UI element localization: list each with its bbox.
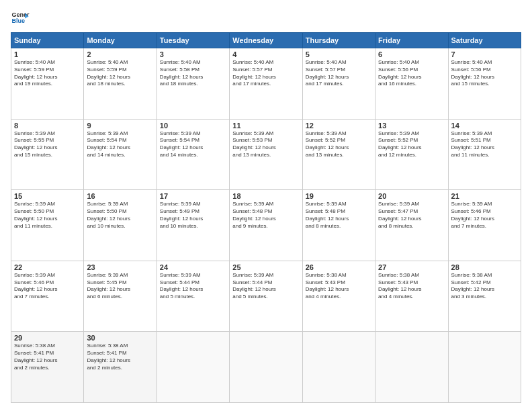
logo: General Blue bbox=[11, 8, 30, 27]
calendar-cell: 19Sunrise: 5:39 AM Sunset: 5:48 PM Dayli… bbox=[302, 190, 375, 261]
day-number: 17 bbox=[160, 192, 226, 200]
day-info: Sunrise: 5:39 AM Sunset: 5:52 PM Dayligh… bbox=[378, 130, 445, 159]
day-info: Sunrise: 5:39 AM Sunset: 5:44 PM Dayligh… bbox=[160, 272, 226, 301]
calendar-cell: 22Sunrise: 5:39 AM Sunset: 5:46 PM Dayli… bbox=[11, 261, 84, 332]
calendar-cell: 25Sunrise: 5:39 AM Sunset: 5:44 PM Dayli… bbox=[230, 261, 302, 332]
calendar-cell bbox=[302, 332, 375, 403]
day-info: Sunrise: 5:38 AM Sunset: 5:42 PM Dayligh… bbox=[451, 272, 518, 301]
calendar-cell: 9Sunrise: 5:39 AM Sunset: 5:54 PM Daylig… bbox=[84, 119, 157, 190]
calendar-cell: 16Sunrise: 5:39 AM Sunset: 5:50 PM Dayli… bbox=[84, 190, 157, 261]
day-number: 23 bbox=[87, 263, 153, 271]
day-info: Sunrise: 5:40 AM Sunset: 5:56 PM Dayligh… bbox=[451, 59, 518, 88]
day-number: 6 bbox=[378, 50, 445, 58]
calendar-cell: 27Sunrise: 5:38 AM Sunset: 5:43 PM Dayli… bbox=[375, 261, 448, 332]
day-header-monday: Monday bbox=[84, 33, 157, 48]
day-header-sunday: Sunday bbox=[11, 33, 84, 48]
day-info: Sunrise: 5:39 AM Sunset: 5:51 PM Dayligh… bbox=[451, 130, 518, 159]
calendar-cell bbox=[230, 332, 302, 403]
calendar-cell: 28Sunrise: 5:38 AM Sunset: 5:42 PM Dayli… bbox=[448, 261, 521, 332]
calendar-cell: 3Sunrise: 5:40 AM Sunset: 5:58 PM Daylig… bbox=[157, 48, 229, 120]
day-number: 11 bbox=[232, 122, 299, 130]
calendar-cell: 23Sunrise: 5:39 AM Sunset: 5:45 PM Dayli… bbox=[84, 261, 157, 332]
calendar-cell: 2Sunrise: 5:40 AM Sunset: 5:59 PM Daylig… bbox=[84, 48, 157, 120]
day-number: 14 bbox=[451, 122, 518, 130]
day-info: Sunrise: 5:40 AM Sunset: 5:58 PM Dayligh… bbox=[160, 59, 226, 88]
calendar-cell: 12Sunrise: 5:39 AM Sunset: 5:52 PM Dayli… bbox=[302, 119, 375, 190]
day-number: 13 bbox=[378, 122, 445, 130]
day-info: Sunrise: 5:39 AM Sunset: 5:54 PM Dayligh… bbox=[87, 130, 153, 159]
calendar-cell: 13Sunrise: 5:39 AM Sunset: 5:52 PM Dayli… bbox=[375, 119, 448, 190]
calendar-cell bbox=[375, 332, 448, 403]
day-number: 9 bbox=[87, 122, 153, 130]
calendar-cell: 18Sunrise: 5:39 AM Sunset: 5:48 PM Dayli… bbox=[230, 190, 302, 261]
day-header-saturday: Saturday bbox=[448, 33, 521, 48]
day-number: 4 bbox=[232, 50, 299, 58]
day-info: Sunrise: 5:40 AM Sunset: 5:57 PM Dayligh… bbox=[232, 59, 299, 88]
page: General Blue SundayMondayTuesdayWednesda… bbox=[0, 0, 532, 411]
day-info: Sunrise: 5:40 AM Sunset: 5:59 PM Dayligh… bbox=[14, 59, 81, 88]
calendar-cell: 10Sunrise: 5:39 AM Sunset: 5:54 PM Dayli… bbox=[157, 119, 229, 190]
calendar-cell: 30Sunrise: 5:38 AM Sunset: 5:41 PM Dayli… bbox=[84, 332, 157, 403]
day-number: 24 bbox=[160, 263, 226, 271]
calendar-week-row: 22Sunrise: 5:39 AM Sunset: 5:46 PM Dayli… bbox=[11, 261, 521, 332]
day-info: Sunrise: 5:39 AM Sunset: 5:50 PM Dayligh… bbox=[14, 201, 81, 230]
day-number: 18 bbox=[232, 192, 299, 200]
day-info: Sunrise: 5:39 AM Sunset: 5:53 PM Dayligh… bbox=[232, 130, 299, 159]
day-number: 20 bbox=[378, 192, 445, 200]
day-number: 2 bbox=[87, 50, 153, 58]
day-info: Sunrise: 5:38 AM Sunset: 5:41 PM Dayligh… bbox=[14, 342, 81, 371]
logo-icon: General Blue bbox=[11, 8, 30, 27]
header: General Blue bbox=[11, 8, 521, 27]
calendar-cell: 20Sunrise: 5:39 AM Sunset: 5:47 PM Dayli… bbox=[375, 190, 448, 261]
day-number: 3 bbox=[160, 50, 226, 58]
day-info: Sunrise: 5:39 AM Sunset: 5:50 PM Dayligh… bbox=[87, 201, 153, 230]
calendar-cell: 29Sunrise: 5:38 AM Sunset: 5:41 PM Dayli… bbox=[11, 332, 84, 403]
calendar-cell: 17Sunrise: 5:39 AM Sunset: 5:49 PM Dayli… bbox=[157, 190, 229, 261]
day-number: 16 bbox=[87, 192, 153, 200]
day-info: Sunrise: 5:39 AM Sunset: 5:47 PM Dayligh… bbox=[378, 201, 445, 230]
day-info: Sunrise: 5:38 AM Sunset: 5:43 PM Dayligh… bbox=[378, 272, 445, 301]
calendar-cell: 7Sunrise: 5:40 AM Sunset: 5:56 PM Daylig… bbox=[448, 48, 521, 120]
day-info: Sunrise: 5:38 AM Sunset: 5:43 PM Dayligh… bbox=[306, 272, 372, 301]
day-number: 1 bbox=[14, 50, 81, 58]
calendar-cell: 1Sunrise: 5:40 AM Sunset: 5:59 PM Daylig… bbox=[11, 48, 84, 120]
day-number: 8 bbox=[14, 122, 81, 130]
day-header-tuesday: Tuesday bbox=[157, 33, 229, 48]
day-info: Sunrise: 5:39 AM Sunset: 5:52 PM Dayligh… bbox=[306, 130, 372, 159]
svg-text:Blue: Blue bbox=[11, 17, 25, 24]
day-number: 26 bbox=[306, 263, 372, 271]
day-number: 25 bbox=[232, 263, 299, 271]
calendar-cell: 11Sunrise: 5:39 AM Sunset: 5:53 PM Dayli… bbox=[230, 119, 302, 190]
day-info: Sunrise: 5:39 AM Sunset: 5:45 PM Dayligh… bbox=[87, 272, 153, 301]
day-number: 19 bbox=[306, 192, 372, 200]
day-info: Sunrise: 5:38 AM Sunset: 5:41 PM Dayligh… bbox=[87, 342, 153, 371]
calendar-week-row: 8Sunrise: 5:39 AM Sunset: 5:55 PM Daylig… bbox=[11, 119, 521, 190]
calendar-week-row: 1Sunrise: 5:40 AM Sunset: 5:59 PM Daylig… bbox=[11, 48, 521, 120]
day-number: 7 bbox=[451, 50, 518, 58]
day-info: Sunrise: 5:39 AM Sunset: 5:46 PM Dayligh… bbox=[451, 201, 518, 230]
day-number: 10 bbox=[160, 122, 226, 130]
day-number: 30 bbox=[87, 334, 153, 342]
day-info: Sunrise: 5:39 AM Sunset: 5:46 PM Dayligh… bbox=[14, 272, 81, 301]
day-header-friday: Friday bbox=[375, 33, 448, 48]
calendar-cell: 5Sunrise: 5:40 AM Sunset: 5:57 PM Daylig… bbox=[302, 48, 375, 120]
calendar-header-row: SundayMondayTuesdayWednesdayThursdayFrid… bbox=[11, 33, 521, 48]
day-info: Sunrise: 5:40 AM Sunset: 5:56 PM Dayligh… bbox=[378, 59, 445, 88]
day-number: 15 bbox=[14, 192, 81, 200]
calendar-cell: 21Sunrise: 5:39 AM Sunset: 5:46 PM Dayli… bbox=[448, 190, 521, 261]
calendar-cell: 6Sunrise: 5:40 AM Sunset: 5:56 PM Daylig… bbox=[375, 48, 448, 120]
calendar-cell bbox=[448, 332, 521, 403]
calendar-week-row: 29Sunrise: 5:38 AM Sunset: 5:41 PM Dayli… bbox=[11, 332, 521, 403]
day-header-thursday: Thursday bbox=[302, 33, 375, 48]
day-info: Sunrise: 5:40 AM Sunset: 5:57 PM Dayligh… bbox=[306, 59, 372, 88]
calendar-cell bbox=[157, 332, 229, 403]
day-info: Sunrise: 5:39 AM Sunset: 5:55 PM Dayligh… bbox=[14, 130, 81, 159]
day-header-wednesday: Wednesday bbox=[230, 33, 302, 48]
calendar-cell: 15Sunrise: 5:39 AM Sunset: 5:50 PM Dayli… bbox=[11, 190, 84, 261]
calendar-cell: 4Sunrise: 5:40 AM Sunset: 5:57 PM Daylig… bbox=[230, 48, 302, 120]
calendar-table: SundayMondayTuesdayWednesdayThursdayFrid… bbox=[11, 32, 521, 403]
day-info: Sunrise: 5:40 AM Sunset: 5:59 PM Dayligh… bbox=[87, 59, 153, 88]
day-number: 21 bbox=[451, 192, 518, 200]
day-number: 27 bbox=[378, 263, 445, 271]
day-number: 22 bbox=[14, 263, 81, 271]
